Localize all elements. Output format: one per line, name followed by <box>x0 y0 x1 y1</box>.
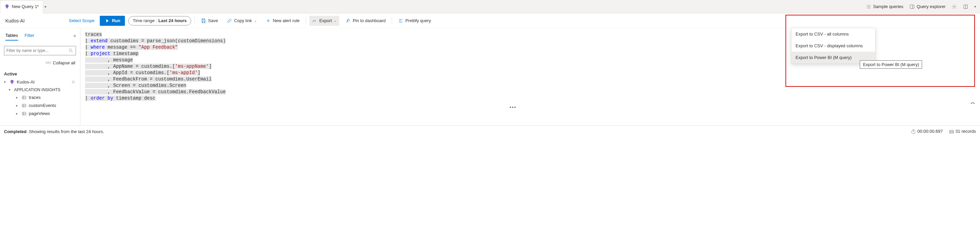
status-bar: Completed. Showing results from the last… <box>0 125 980 137</box>
top-right-tools: Sample queries Query explorer ▾ <box>866 4 980 10</box>
svg-rect-11 <box>22 104 26 107</box>
link-icon <box>227 18 232 24</box>
plus-icon <box>266 18 271 24</box>
list-icon <box>866 4 871 10</box>
svg-point-19 <box>912 130 915 134</box>
pin-button[interactable]: Pin to dashboard <box>342 16 388 26</box>
select-scope-button[interactable]: Select Scope <box>67 18 97 23</box>
scope-name: Kudos-AI <box>3 18 27 24</box>
new-tab-button[interactable]: ＋ <box>43 4 48 10</box>
prettify-label: Prettify query <box>406 18 431 23</box>
collapse-icon <box>46 60 51 65</box>
svg-rect-15 <box>22 112 26 115</box>
chevron-down-icon: ⌄ <box>254 19 257 22</box>
filter-input[interactable] <box>6 48 68 53</box>
drag-handle[interactable]: ••• <box>509 105 517 110</box>
tree-item-label: traces <box>29 95 40 100</box>
export-csv-all[interactable]: Export to CSV - all columns <box>792 28 875 40</box>
panel-icon <box>909 4 915 10</box>
svg-rect-22 <box>950 130 953 133</box>
sidebar: Tables Filter « Collapse all Active ▾ Ku… <box>0 28 80 125</box>
save-icon <box>201 18 206 24</box>
export-button[interactable]: Export ⌄ <box>309 16 339 26</box>
query-explorer-button[interactable]: Query explorer <box>909 4 945 10</box>
tree-root-label: Kudos-AI <box>17 80 35 85</box>
tab-bar: New Query 1* ＋ Sample queries Query expl… <box>0 0 980 13</box>
tree-group[interactable]: ▾ APPLICATION INSIGHTS <box>4 86 77 94</box>
caret-right-icon: ▸ <box>16 104 19 107</box>
status-time: 00:00:00.697 <box>911 129 943 134</box>
action-bar: Kudos-AI Select Scope Run Time range : L… <box>0 13 980 28</box>
status-records: 31 records <box>949 129 976 134</box>
search-icon[interactable] <box>68 48 74 53</box>
sample-queries-button[interactable]: Sample queries <box>866 4 903 10</box>
tree-group-label: APPLICATION INSIGHTS <box>14 88 60 92</box>
records-icon <box>949 129 954 134</box>
time-range-button[interactable]: Time range : Last 24 hours <box>128 16 191 26</box>
tab-filter[interactable]: Filter <box>25 33 35 41</box>
bulb-icon <box>4 4 10 10</box>
svg-rect-7 <box>22 96 26 99</box>
export-label: Export <box>320 18 332 23</box>
svg-line-6 <box>72 51 73 52</box>
prettify-icon <box>398 18 403 24</box>
tree-item-customevents[interactable]: ▸ customEvents <box>4 102 77 110</box>
table-icon <box>21 111 27 116</box>
new-alert-label: New alert rule <box>273 18 300 23</box>
sample-queries-label: Sample queries <box>873 4 903 9</box>
chevron-down-icon: ⌄ <box>334 19 336 22</box>
stopwatch-icon <box>911 129 916 134</box>
query-tab[interactable]: New Query 1* <box>0 0 43 13</box>
separator <box>194 17 195 24</box>
tree: ▾ Kudos-AI ☆ ▾ APPLICATION INSIGHTS ▸ tr… <box>3 78 77 118</box>
run-label: Run <box>112 18 120 23</box>
active-group-label: Active <box>4 72 76 77</box>
svg-rect-0 <box>910 5 914 8</box>
book-icon <box>963 4 968 10</box>
new-alert-rule-button[interactable]: New alert rule <box>263 16 302 26</box>
status-records-value: 31 records <box>956 129 976 134</box>
time-range-prefix: Time range : <box>133 18 157 23</box>
pin-label: Pin to dashboard <box>353 18 385 23</box>
filter-box[interactable] <box>4 46 76 55</box>
status-completed: Completed <box>4 129 27 134</box>
panel-toggle-button[interactable] <box>963 4 968 10</box>
run-button[interactable]: Run <box>100 16 125 26</box>
prettify-button[interactable]: Prettify query <box>395 16 434 26</box>
svg-point-2 <box>953 6 955 7</box>
export-dropdown: Export to CSV - all columns Export to CS… <box>791 28 875 64</box>
tab-tables[interactable]: Tables <box>5 33 18 41</box>
tooltip: Export to Power BI (M query) <box>860 61 922 69</box>
favorite-star-icon[interactable]: ☆ <box>71 80 77 85</box>
svg-point-5 <box>69 49 72 52</box>
save-button[interactable]: Save <box>198 16 221 26</box>
copy-link-button[interactable]: Copy link ⌄ <box>224 16 259 26</box>
tree-item-pageviews[interactable]: ▸ pageViews <box>4 110 77 118</box>
caret-down-icon: ▾ <box>9 88 12 91</box>
caret-right-icon: ▸ <box>16 112 19 115</box>
tree-item-traces[interactable]: ▸ traces <box>4 94 77 102</box>
tree-item-label: pageViews <box>29 111 50 116</box>
copy-link-label: Copy link <box>234 18 252 23</box>
status-detail: . Showing results from the last 24 hours… <box>27 129 104 134</box>
play-icon <box>105 18 110 24</box>
time-range-value: Last 24 hours <box>158 18 187 23</box>
collapse-all-button[interactable]: Collapse all <box>5 60 75 65</box>
tab-label: New Query 1* <box>12 4 39 9</box>
status-time-value: 00:00:00.697 <box>917 129 943 134</box>
settings-button[interactable] <box>951 4 957 10</box>
export-csv-displayed[interactable]: Export to CSV - displayed columns <box>792 40 875 52</box>
chevron-down-icon[interactable]: ▾ <box>974 5 976 8</box>
pin-icon <box>345 18 350 24</box>
separator <box>392 17 392 24</box>
gear-icon <box>951 4 957 10</box>
expand-up-button[interactable]: ︽ <box>970 99 975 105</box>
caret-right-icon: ▸ <box>16 96 19 99</box>
table-icon <box>21 95 27 100</box>
table-icon <box>21 103 27 108</box>
collapse-all-label: Collapse all <box>53 61 75 65</box>
tree-root[interactable]: ▾ Kudos-AI ☆ <box>4 78 77 86</box>
caret-down-icon: ▾ <box>4 80 7 84</box>
collapse-sidebar-button[interactable]: « <box>73 33 76 38</box>
bulb-icon <box>10 79 15 85</box>
